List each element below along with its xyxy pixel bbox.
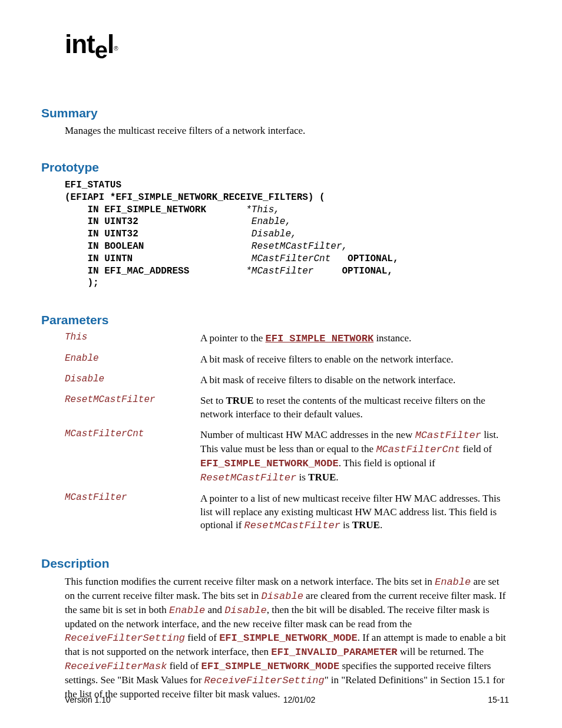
param-desc: A pointer to a list of new multicast rec… xyxy=(200,492,509,533)
param-name-enable: Enable xyxy=(65,353,200,367)
footer-version: Version 1.10 xyxy=(65,695,111,704)
footer-page: 15-11 xyxy=(488,695,509,704)
param-name-filter: MCastFilter xyxy=(65,492,200,533)
proto-kw: IN EFI_SIMPLE_NETWORK xyxy=(65,205,246,215)
proto-kw: IN UINTN xyxy=(65,253,252,264)
param-desc: A bit mask of receive filters to disable… xyxy=(200,374,509,387)
param-name-this: This xyxy=(65,332,200,346)
param-row: ResetMCastFilter Set to TRUE to reset th… xyxy=(65,394,509,421)
description-text: This function modifies the current recei… xyxy=(65,575,509,701)
param-name-cnt: MCastFilterCnt xyxy=(65,429,200,485)
proto-line: EFI_STATUS xyxy=(65,180,121,190)
description-heading: Description xyxy=(41,556,509,571)
proto-param: *This, xyxy=(246,205,280,215)
param-row: MCastFilter A pointer to a list of new m… xyxy=(65,492,509,533)
proto-param: MCastFilterCnt xyxy=(252,253,330,264)
param-row: MCastFilterCnt Number of multicast HW MA… xyxy=(65,429,509,485)
prototype-code: EFI_STATUS (EFIAPI *EFI_SIMPLE_NETWORK_R… xyxy=(65,179,509,289)
proto-kw: IN BOOLEAN xyxy=(65,241,252,252)
param-desc: A bit mask of receive filters to enable … xyxy=(200,353,509,367)
parameters-heading: Parameters xyxy=(41,313,509,327)
proto-kw: IN EFI_MAC_ADDRESS xyxy=(65,266,246,276)
proto-param: *MCastFilter xyxy=(246,266,313,276)
param-row: This A pointer to the EFI_SIMPLE_NETWORK… xyxy=(65,332,509,346)
param-name-disable: Disable xyxy=(65,374,200,387)
proto-kw: IN UINT32 xyxy=(65,216,252,227)
intel-logo: intel® xyxy=(65,29,509,59)
proto-line: ); xyxy=(65,278,99,288)
param-name-reset: ResetMCastFilter xyxy=(65,394,200,421)
proto-kw: IN UINT32 xyxy=(65,229,252,239)
param-row: Enable A bit mask of receive filters to … xyxy=(65,353,509,367)
summary-heading: Summary xyxy=(41,106,509,120)
param-row: Disable A bit mask of receive filters to… xyxy=(65,374,509,387)
prototype-heading: Prototype xyxy=(41,160,509,174)
page: intel® Summary Manages the multicast rec… xyxy=(0,0,562,728)
summary-text: Manages the multicast receive filters of… xyxy=(65,125,509,137)
proto-param: ResetMCastFilter, xyxy=(252,241,348,252)
proto-opt: OPTIONAL, xyxy=(330,253,398,264)
param-desc: Number of multicast HW MAC addresses in … xyxy=(200,429,509,485)
proto-line: (EFIAPI *EFI_SIMPLE_NETWORK_RECEIVE_FILT… xyxy=(65,192,325,203)
proto-param: Enable, xyxy=(252,216,291,227)
efi-simple-network-link[interactable]: EFI_SIMPLE_NETWORK xyxy=(265,333,373,344)
page-footer: Version 1.10 12/01/02 15-11 xyxy=(65,695,509,704)
param-desc: Set to TRUE to reset the contents of the… xyxy=(200,394,509,421)
proto-param: Disable, xyxy=(252,229,297,239)
footer-date: 12/01/02 xyxy=(283,695,316,704)
param-desc: A pointer to the EFI_SIMPLE_NETWORK inst… xyxy=(200,332,509,346)
proto-opt: OPTIONAL, xyxy=(313,266,392,276)
